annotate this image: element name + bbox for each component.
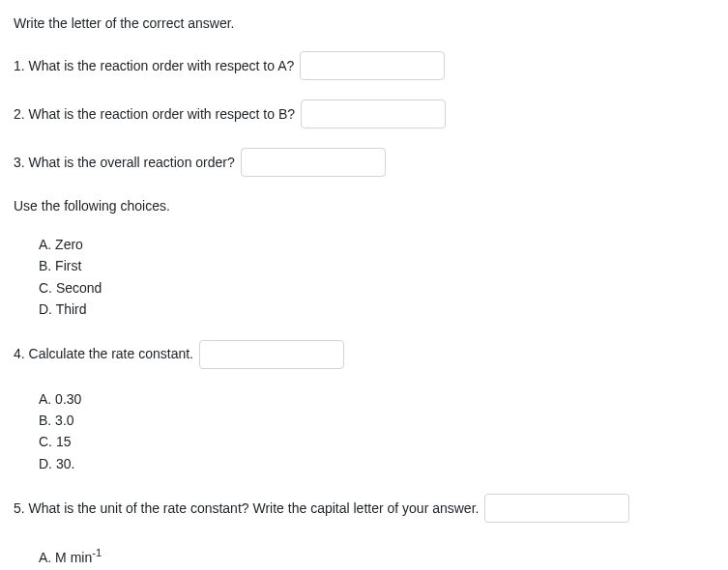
question-2-row: 2. What is the reaction order with respe… (14, 100, 714, 128)
choice-b: B. First (39, 255, 714, 276)
choice-4a: A. 0.30 (39, 388, 714, 410)
question-2-input[interactable] (301, 100, 446, 128)
question-1-text: 1. What is the reaction order with respe… (14, 56, 294, 76)
question-2-text: 2. What is the reaction order with respe… (14, 104, 295, 125)
choice-d: D. Third (39, 299, 714, 320)
choices-1-3-list: A. Zero B. First C. Second D. Third (14, 234, 714, 321)
choices-intro: Use the following choices. (14, 196, 714, 216)
instruction-text: Write the letter of the correct answer. (14, 14, 714, 34)
question-4-row: 4. Calculate the rate constant. (14, 340, 714, 369)
question-5-row: 5. What is the unit of the rate constant… (14, 494, 714, 523)
question-4-text: 4. Calculate the rate constant. (14, 344, 193, 364)
choice-4b: B. 3.0 (39, 410, 714, 431)
choices-4-list: A. 0.30 B. 3.0 C. 15 D. 30. (14, 388, 714, 475)
question-3-row: 3. What is the overall reaction order? (14, 148, 714, 177)
question-1-input[interactable] (300, 51, 445, 80)
choice-4d: D. 30. (39, 453, 714, 474)
choice-c: C. Second (39, 277, 714, 299)
question-5-text: 5. What is the unit of the rate constant… (14, 499, 479, 519)
question-3-text: 3. What is the overall reaction order? (14, 153, 235, 173)
choice-5a: A. M min-1 (39, 542, 714, 570)
choice-a: A. Zero (39, 234, 714, 255)
question-5-input[interactable] (484, 494, 629, 523)
choice-4c: C. 15 (39, 431, 714, 452)
question-1-row: 1. What is the reaction order with respe… (14, 51, 714, 80)
choices-5-list: A. M min-1 B. M-1 min-1 C. M-2 min-1 D. … (14, 542, 714, 570)
question-3-input[interactable] (241, 148, 386, 177)
question-4-input[interactable] (199, 340, 344, 369)
